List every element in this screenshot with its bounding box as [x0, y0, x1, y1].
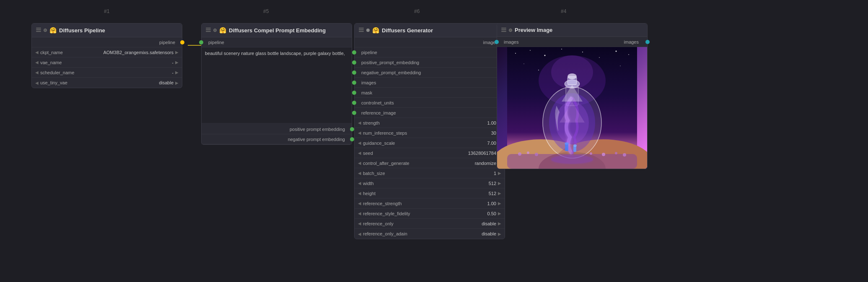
- ckpt-arrow-right[interactable]: ▶: [175, 50, 179, 55]
- generator-neg-label: negative_prompt_embedding: [361, 70, 501, 75]
- compel-neg-output-dot[interactable]: [350, 137, 354, 141]
- compel-title: Diffusers Compel Prompt Embedding: [229, 27, 347, 34]
- vae-value: -: [172, 60, 174, 65]
- guidance-arrow-left[interactable]: ◀: [358, 141, 361, 145]
- svg-point-36: [623, 153, 626, 157]
- node1-id: #1: [104, 8, 109, 14]
- drag-handle-compel[interactable]: [206, 28, 211, 33]
- height-arrow-right[interactable]: ▶: [498, 191, 501, 196]
- gen-steps-row: ◀ num_inference_steps 30 ▶: [355, 128, 505, 138]
- scheduler-label: scheduler_name: [40, 70, 172, 75]
- vae-arrow-right[interactable]: ▶: [175, 60, 179, 65]
- height-arrow-left[interactable]: ◀: [358, 191, 361, 196]
- node-pipeline-header[interactable]: 🤗 Diffusers Pipeline: [32, 24, 182, 37]
- control-after-label: control_after_generate: [363, 161, 475, 166]
- generator-mask-label: mask: [361, 90, 501, 95]
- tiny-vae-arrow-right[interactable]: ▶: [175, 81, 179, 85]
- compel-neg-label: negative prompt embedding: [288, 137, 345, 142]
- node-preview-header[interactable]: Preview Image: [497, 24, 647, 37]
- compel-pipeline-input-row: pipeline: [202, 37, 352, 47]
- style-fidelity-value: 0.50: [487, 211, 496, 216]
- generator-images-dot[interactable]: [352, 81, 356, 85]
- ref-only-arrow-left[interactable]: ◀: [358, 221, 361, 226]
- svg-point-30: [518, 152, 521, 156]
- ref-only-arrow-right[interactable]: ▶: [498, 221, 501, 226]
- steps-arrow-left[interactable]: ◀: [358, 131, 361, 135]
- style-fidelity-label: reference_style_fidelity: [363, 211, 487, 216]
- batch-value: 1: [494, 171, 496, 176]
- scheduler-arrow-right[interactable]: ▶: [175, 70, 179, 75]
- preview-images-output-dot[interactable]: [645, 40, 650, 44]
- width-arrow-right[interactable]: ▶: [498, 181, 501, 185]
- vae-label: vae_name: [40, 60, 172, 65]
- node5-id: #5: [263, 8, 269, 14]
- generator-controlnet-dot[interactable]: [352, 101, 356, 105]
- control-after-value: randomize: [475, 161, 496, 166]
- tiny-vae-label: use_tiny_vae: [40, 80, 159, 85]
- generator-icon: 🤗: [372, 27, 379, 34]
- vae-arrow-left[interactable]: ◀: [35, 60, 39, 65]
- generator-mask-dot[interactable]: [352, 91, 356, 95]
- width-label: width: [363, 181, 489, 186]
- generator-neg-dot[interactable]: [352, 70, 356, 75]
- seed-arrow-left[interactable]: ◀: [358, 151, 361, 155]
- compel-pos-output-row: positive prompt embedding: [202, 124, 352, 134]
- compel-pos-label: positive prompt embedding: [290, 127, 345, 132]
- node4-id: #4: [561, 8, 566, 14]
- generator-controlnet-input: controlnet_units: [355, 98, 505, 108]
- gen-batch-row: ◀ batch_size 1 ▶: [355, 168, 505, 178]
- ckpt-label: ckpt_name: [40, 50, 103, 55]
- generator-status-dot: [366, 29, 370, 32]
- svg-point-2: [530, 50, 531, 51]
- compel-pipeline-label: pipeline: [208, 40, 348, 45]
- pipeline-row-vae: ◀ vae_name - ▶: [32, 57, 182, 68]
- strength-arrow-left[interactable]: ◀: [358, 120, 361, 125]
- node-compel-header[interactable]: 🤗 Diffusers Compel Prompt Embedding: [202, 24, 352, 37]
- batch-arrow-left[interactable]: ◀: [358, 171, 361, 175]
- preview-images-input-dot[interactable]: [495, 40, 499, 44]
- batch-arrow-right[interactable]: ▶: [498, 171, 501, 175]
- drag-handle-pipeline[interactable]: [36, 28, 41, 33]
- svg-point-11: [620, 65, 621, 66]
- svg-point-4: [561, 49, 562, 50]
- steps-label: num_inference_steps: [363, 131, 491, 136]
- ref-only-adain-arrow-left[interactable]: ◀: [358, 232, 361, 236]
- drag-handle-preview[interactable]: [501, 28, 506, 33]
- width-arrow-left[interactable]: ◀: [358, 181, 361, 185]
- compel-pipeline-input-dot[interactable]: [199, 40, 203, 44]
- style-fidelity-arrow-left[interactable]: ◀: [358, 211, 361, 216]
- height-label: height: [363, 191, 489, 196]
- generator-pipeline-dot[interactable]: [352, 50, 356, 55]
- ckpt-arrow-left[interactable]: ◀: [35, 50, 39, 55]
- generator-controlnet-label: controlnet_units: [361, 100, 501, 105]
- pipeline-output-dot[interactable]: [180, 40, 184, 44]
- ref-only-adain-arrow-right[interactable]: ▶: [498, 232, 501, 236]
- compel-pos-output-dot[interactable]: [350, 127, 354, 131]
- generator-pipeline-label: pipeline: [361, 50, 501, 55]
- gen-guidance-row: ◀ guidance_scale 7.00 ▶: [355, 138, 505, 148]
- node-generator: 🤗 Diffusers Generator images pipeline po…: [354, 23, 505, 239]
- gen-seed-row: ◀ seed 13628061784 ▶: [355, 148, 505, 158]
- scheduler-arrow-left[interactable]: ◀: [35, 70, 39, 75]
- generator-pos-input: positive_prompt_embedding: [355, 57, 505, 68]
- svg-point-6: [599, 57, 600, 58]
- generator-refimage-dot[interactable]: [352, 111, 356, 115]
- generator-images-output-row: images: [355, 37, 505, 47]
- control-after-arrow-left[interactable]: ◀: [358, 161, 361, 165]
- tiny-vae-arrow-left[interactable]: ◀: [35, 81, 39, 85]
- prompt-textarea[interactable]: beautiful scenery nature glass bottle la…: [202, 47, 352, 123]
- svg-point-32: [535, 153, 538, 156]
- gen-height-row: ◀ height 512 ▶: [355, 188, 505, 198]
- tiny-vae-value: disable: [159, 80, 174, 85]
- ref-strength-arrow-left[interactable]: ◀: [358, 201, 361, 206]
- node-generator-header[interactable]: 🤗 Diffusers Generator: [355, 24, 505, 37]
- svg-point-1: [515, 53, 516, 54]
- ref-strength-arrow-right[interactable]: ▶: [498, 201, 501, 206]
- generator-pos-dot[interactable]: [352, 60, 356, 65]
- drag-handle-generator[interactable]: [359, 28, 364, 33]
- style-fidelity-arrow-right[interactable]: ▶: [498, 211, 501, 216]
- pipeline-title: Diffusers Pipeline: [59, 27, 178, 34]
- seed-value: 13628061784: [468, 151, 496, 156]
- svg-point-25: [565, 142, 569, 145]
- node6-id: #6: [414, 8, 420, 14]
